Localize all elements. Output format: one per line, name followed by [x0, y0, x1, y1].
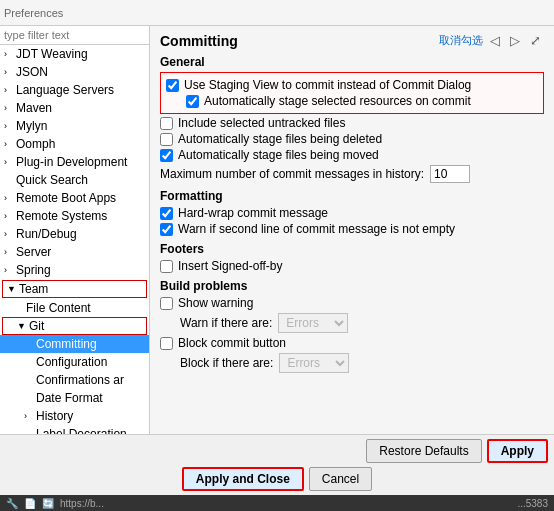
- option-hard-wrap: Hard-wrap commit message: [160, 206, 544, 220]
- sidebar-label-maven: Maven: [16, 101, 52, 115]
- filter-input[interactable]: [0, 26, 149, 45]
- warn-second-label: Warn if second line of commit message is…: [178, 222, 455, 236]
- sidebar-item-json[interactable]: ›JSON: [0, 63, 149, 81]
- deselect-link[interactable]: 取消勾选: [439, 33, 483, 48]
- arrow-icon-plugin-dev: ›: [4, 157, 14, 167]
- show-warning-checkbox[interactable]: [160, 297, 173, 310]
- status-url: https://b...: [60, 498, 104, 509]
- arrow-icon-spring: ›: [4, 265, 14, 275]
- nav-back-btn[interactable]: ◁: [487, 32, 503, 49]
- history-row: Maximum number of commit messages in his…: [160, 165, 544, 183]
- warn-errors-select[interactable]: Errors: [278, 313, 348, 333]
- dialog-title: Preferences: [4, 7, 63, 19]
- sidebar-label-jdt-weaving: JDT Weaving: [16, 47, 88, 61]
- content-header: Committing 取消勾选 ◁ ▷ ⤢: [160, 32, 544, 49]
- sidebar-item-server[interactable]: ›Server: [0, 243, 149, 261]
- expand-btn[interactable]: ⤢: [527, 32, 544, 49]
- footer-top: Restore Defaults Apply: [6, 439, 548, 463]
- sidebar-label-remote-boot: Remote Boot Apps: [16, 191, 116, 205]
- restore-defaults-button[interactable]: Restore Defaults: [366, 439, 481, 463]
- sidebar-item-mylyn[interactable]: ›Mylyn: [0, 117, 149, 135]
- apply-close-button[interactable]: Apply and Close: [182, 467, 304, 491]
- sidebar-item-confirmations[interactable]: Confirmations ar: [0, 371, 149, 389]
- arrow-icon-remote-boot: ›: [4, 193, 14, 203]
- sidebar-item-oomph[interactable]: ›Oomph: [0, 135, 149, 153]
- sidebar-item-maven[interactable]: ›Maven: [0, 99, 149, 117]
- sidebar-item-spring[interactable]: ›Spring: [0, 261, 149, 279]
- top-bar: Preferences: [0, 0, 554, 26]
- sidebar-label-run-debug: Run/Debug: [16, 227, 77, 241]
- sidebar-label-mylyn: Mylyn: [16, 119, 47, 133]
- sidebar-item-jdt-weaving[interactable]: ›JDT Weaving: [0, 45, 149, 63]
- sidebar-item-team[interactable]: ▼Team: [2, 280, 147, 298]
- warn-errors-row: Warn if there are: Errors: [180, 313, 544, 333]
- signed-off-label: Insert Signed-off-by: [178, 259, 283, 273]
- sidebar-label-plugin-dev: Plug-in Development: [16, 155, 127, 169]
- highlighted-section: Use Staging View to commit instead of Co…: [160, 72, 544, 114]
- arrow-icon-maven: ›: [4, 103, 14, 113]
- status-left: 🔧 📄 🔄 https://b...: [6, 498, 104, 509]
- build-label: Build problems: [160, 279, 544, 293]
- option-include-untracked: Include selected untracked files: [160, 116, 544, 130]
- warn-second-checkbox[interactable]: [160, 223, 173, 236]
- arrow-icon-git: ▼: [17, 321, 27, 331]
- stage-moved-label: Automatically stage files being moved: [178, 148, 379, 162]
- sidebar-item-plugin-dev[interactable]: ›Plug-in Development: [0, 153, 149, 171]
- sidebar-label-label-decoration: Label Decoration: [36, 427, 127, 434]
- arrow-icon-jdt-weaving: ›: [4, 49, 14, 59]
- formatting-label: Formatting: [160, 189, 544, 203]
- sidebar-item-date-format[interactable]: Date Format: [0, 389, 149, 407]
- block-commit-label: Block commit button: [178, 336, 286, 350]
- block-errors-select[interactable]: Errors: [279, 353, 349, 373]
- sidebar-label-history: History: [36, 409, 73, 423]
- use-staging-checkbox[interactable]: [166, 79, 179, 92]
- sidebar-item-language-servers[interactable]: ›Language Servers: [0, 81, 149, 99]
- block-commit-checkbox[interactable]: [160, 337, 173, 350]
- sidebar-item-remote-boot[interactable]: ›Remote Boot Apps: [0, 189, 149, 207]
- sidebar-item-quick-search[interactable]: Quick Search: [0, 171, 149, 189]
- option-auto-stage: Automatically stage selected resources o…: [186, 94, 538, 108]
- history-input[interactable]: [430, 165, 470, 183]
- sidebar-label-quick-search: Quick Search: [16, 173, 88, 187]
- sidebar-item-history[interactable]: ›History: [0, 407, 149, 425]
- signed-off-checkbox[interactable]: [160, 260, 173, 273]
- include-untracked-checkbox[interactable]: [160, 117, 173, 130]
- content-panel: Committing 取消勾选 ◁ ▷ ⤢ General Use Stagin…: [150, 26, 554, 434]
- arrow-icon-language-servers: ›: [4, 85, 14, 95]
- main-layout: ›JDT Weaving›JSON›Language Servers›Maven…: [0, 26, 554, 434]
- auto-stage-checkbox[interactable]: [186, 95, 199, 108]
- option-stage-deleted: Automatically stage files being deleted: [160, 132, 544, 146]
- footer: Restore Defaults Apply Apply and Close C…: [0, 434, 554, 495]
- show-warning-label: Show warning: [178, 296, 253, 310]
- status-icon-1: 🔧: [6, 498, 18, 509]
- sidebar-item-configuration[interactable]: Configuration: [0, 353, 149, 371]
- sidebar-label-committing: Committing: [36, 337, 97, 351]
- header-icons: 取消勾选 ◁ ▷ ⤢: [439, 32, 544, 49]
- sidebar-label-team: Team: [19, 282, 48, 296]
- history-label: Maximum number of commit messages in his…: [160, 167, 424, 181]
- hard-wrap-checkbox[interactable]: [160, 207, 173, 220]
- status-right: ...5383: [517, 498, 548, 509]
- option-block-commit: Block commit button: [160, 336, 544, 350]
- sidebar-label-language-servers: Language Servers: [16, 83, 114, 97]
- cancel-button[interactable]: Cancel: [309, 467, 372, 491]
- nav-forward-btn[interactable]: ▷: [507, 32, 523, 49]
- sidebar-item-file-content[interactable]: File Content: [0, 299, 149, 317]
- apply-button[interactable]: Apply: [487, 439, 548, 463]
- footers-label: Footers: [160, 242, 544, 256]
- sidebar-label-remote-systems: Remote Systems: [16, 209, 107, 223]
- arrow-icon-history: ›: [24, 411, 34, 421]
- option-warn-second: Warn if second line of commit message is…: [160, 222, 544, 236]
- arrow-icon-json: ›: [4, 67, 14, 77]
- sidebar: ›JDT Weaving›JSON›Language Servers›Maven…: [0, 26, 150, 434]
- sidebar-item-run-debug[interactable]: ›Run/Debug: [0, 225, 149, 243]
- sidebar-item-git[interactable]: ▼Git: [2, 317, 147, 335]
- option-signed-off: Insert Signed-off-by: [160, 259, 544, 273]
- sidebar-item-remote-systems[interactable]: ›Remote Systems: [0, 207, 149, 225]
- stage-deleted-checkbox[interactable]: [160, 133, 173, 146]
- option-stage-moved: Automatically stage files being moved: [160, 148, 544, 162]
- stage-moved-checkbox[interactable]: [160, 149, 173, 162]
- sidebar-item-committing[interactable]: Committing: [0, 335, 149, 353]
- sidebar-item-label-decoration[interactable]: Label Decoration: [0, 425, 149, 434]
- sidebar-label-oomph: Oomph: [16, 137, 55, 151]
